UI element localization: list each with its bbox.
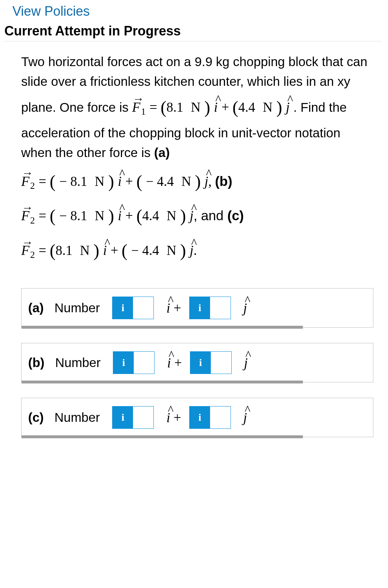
- j-hat: j: [243, 300, 247, 316]
- f2c-j-value: − 4.4: [131, 243, 159, 258]
- answer-word-c: Number: [54, 410, 100, 424]
- unit-5: N: [95, 208, 104, 223]
- answer-row-b: (b) Number i i + i j: [21, 343, 373, 382]
- problem-statement: Two horizontal forces act on a 9.9 kg ch…: [4, 52, 384, 266]
- j-hat: j: [243, 410, 247, 425]
- info-icon[interactable]: i: [190, 406, 210, 428]
- divider: [4, 41, 381, 42]
- answers-section: (a) Number i i + i j (b) Number i: [4, 288, 384, 437]
- answer-c-i-input-group: i: [112, 406, 154, 429]
- answer-row-a: (a) Number i i + i j: [21, 288, 373, 328]
- current-attempt-heading: Current Attempt in Progress: [4, 23, 384, 39]
- answer-row-c: (c) Number i i + i j: [21, 398, 373, 437]
- answer-label-a: (a) Number: [28, 301, 100, 315]
- info-icon[interactable]: i: [190, 352, 211, 374]
- unit-3: N: [95, 174, 104, 189]
- answer-part-a: (a): [28, 301, 44, 315]
- and-text: , and: [194, 208, 228, 223]
- answer-a-i-input[interactable]: [133, 297, 153, 319]
- part-a-label: (a): [154, 145, 170, 160]
- answer-part-c: (c): [28, 410, 44, 424]
- info-icon[interactable]: i: [113, 352, 134, 374]
- answer-word-b: Number: [55, 355, 100, 370]
- f2a-j-value: − 4.4: [146, 174, 174, 189]
- f1-j-value: 4.4: [238, 100, 255, 115]
- answer-word-a: Number: [54, 301, 100, 315]
- i-hat-plus: i +: [167, 355, 182, 371]
- scroll-indicator[interactable]: [22, 381, 303, 383]
- unit-7: N: [80, 243, 90, 258]
- j-hat: j: [244, 355, 248, 371]
- answer-a-j-input-group: i: [189, 297, 231, 319]
- unit-4: N: [181, 174, 191, 189]
- i-hat-plus: i +: [166, 410, 181, 425]
- i-hat-plus: i +: [166, 300, 181, 316]
- part-b-label: (b): [215, 174, 232, 189]
- unit-6: N: [167, 208, 176, 223]
- scroll-indicator[interactable]: [22, 326, 303, 329]
- answer-c-j-input[interactable]: [210, 406, 231, 428]
- unit-8: N: [167, 243, 176, 258]
- f2a-i-value: − 8.1: [59, 174, 87, 189]
- problem-mass: 9.9 kg: [195, 54, 229, 69]
- f2b-j-value: 4.4: [142, 208, 159, 223]
- unit-1: N: [191, 100, 201, 115]
- answer-label-b: (b) Number: [28, 355, 100, 370]
- info-icon[interactable]: i: [113, 406, 133, 428]
- answer-c-j-input-group: i: [189, 406, 231, 429]
- info-icon[interactable]: i: [190, 297, 210, 319]
- answer-b-j-input[interactable]: [211, 352, 231, 374]
- part-c-label: (c): [227, 208, 244, 223]
- answer-a-i-input-group: i: [112, 297, 154, 319]
- answer-b-i-input-group: i: [113, 351, 155, 374]
- f1-i-value: 8.1: [166, 100, 183, 115]
- answer-label-c: (c) Number: [28, 410, 100, 425]
- answer-a-j-input[interactable]: [210, 297, 231, 319]
- info-icon[interactable]: i: [113, 297, 133, 319]
- problem-intro-1: Two horizontal forces act on a: [21, 54, 195, 69]
- f2c-i-value: 8.1: [56, 243, 72, 258]
- answer-b-j-input-group: i: [190, 351, 232, 374]
- scroll-indicator[interactable]: [22, 435, 303, 438]
- answer-b-i-input[interactable]: [134, 352, 154, 374]
- f2b-i-value: − 8.1: [59, 208, 87, 223]
- unit-2: N: [263, 100, 273, 115]
- answer-c-i-input[interactable]: [133, 406, 153, 428]
- answer-part-b: (b): [28, 355, 45, 370]
- view-policies-link[interactable]: View Policies: [4, 4, 384, 19]
